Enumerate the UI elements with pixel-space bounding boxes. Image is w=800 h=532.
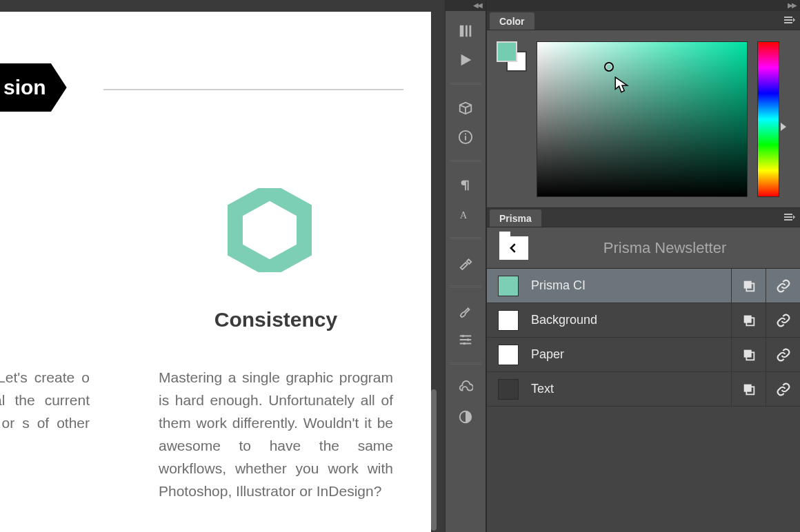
- prisma-header: Prisma Newsletter: [487, 227, 800, 269]
- column-2-body: Mastering a single graphic program is ha…: [159, 366, 393, 502]
- link-icon[interactable]: [766, 303, 800, 338]
- svg-text:A: A: [460, 209, 468, 221]
- cc-icon[interactable]: [450, 375, 481, 401]
- swatch-row[interactable]: Text: [487, 372, 800, 407]
- swatch-row[interactable]: Paper: [487, 338, 800, 372]
- right-panels: ▶▶ Color Prisma: [486, 0, 800, 532]
- panels-collapse-right[interactable]: ▶▶: [487, 0, 800, 11]
- brush-icon[interactable]: [450, 298, 481, 324]
- svg-rect-7: [465, 134, 466, 135]
- svg-rect-13: [784, 17, 792, 18]
- svg-marker-4: [461, 54, 472, 66]
- character-icon[interactable]: A: [450, 201, 481, 227]
- play-icon[interactable]: [450, 47, 481, 73]
- copy-icon[interactable]: [731, 269, 766, 303]
- column-1-heading: xt: [0, 308, 90, 331]
- link-icon[interactable]: [766, 372, 800, 407]
- svg-rect-14: [784, 19, 792, 21]
- section-flag: sion: [0, 63, 67, 112]
- cursor-icon: [614, 76, 630, 94]
- column-1-body: ns within Let's create o our mental the …: [0, 366, 90, 457]
- heading-divider: [103, 89, 403, 90]
- copy-icon[interactable]: [731, 303, 766, 338]
- color-panel-body: [487, 30, 800, 208]
- swatch-color-chip: [498, 345, 519, 365]
- swatch-name: Paper: [531, 347, 731, 362]
- hexagon-icon: [228, 188, 312, 272]
- svg-rect-19: [784, 216, 792, 218]
- swatch-color-chip: [498, 310, 519, 331]
- tools-icon[interactable]: [450, 249, 481, 276]
- tab-color[interactable]: Color: [490, 12, 534, 30]
- swatch-name: Text: [531, 382, 731, 396]
- svg-marker-16: [793, 18, 795, 22]
- pilcrow-icon[interactable]: [450, 172, 481, 198]
- svg-rect-18: [784, 214, 792, 215]
- sliders-icon[interactable]: [450, 327, 481, 353]
- svg-marker-0: [234, 192, 305, 269]
- tab-prisma[interactable]: Prisma: [490, 209, 541, 227]
- color-panel-tabrow: Color: [487, 11, 800, 30]
- saturation-value-picker[interactable]: [537, 41, 748, 197]
- dock-collapse-left[interactable]: ◀◀: [446, 0, 486, 11]
- svg-point-9: [462, 335, 465, 338]
- hue-pointer[interactable]: [781, 123, 786, 131]
- sv-selection-ring: [604, 62, 614, 72]
- svg-rect-3: [470, 25, 472, 37]
- document-canvas[interactable]: sion xt ns within Let's create o our men…: [0, 12, 431, 532]
- swatch-name: Prisma CI: [531, 278, 731, 293]
- svg-rect-27: [743, 349, 751, 357]
- swatch-color-chip: [498, 276, 519, 296]
- svg-rect-6: [465, 136, 466, 140]
- project-title: Prisma Newsletter: [542, 239, 788, 257]
- prisma-panel-tabrow: Prisma: [487, 208, 800, 227]
- panel-menu-icon[interactable]: [783, 15, 796, 25]
- fg-swatch[interactable]: [497, 41, 517, 62]
- canvas-scrollbar[interactable]: [431, 389, 437, 531]
- contrast-icon[interactable]: [450, 404, 481, 430]
- swatch-row[interactable]: Background: [487, 303, 800, 338]
- prisma-panel-body: Prisma Newsletter Prisma CIBackgroundPap…: [487, 227, 800, 532]
- copy-icon[interactable]: [731, 372, 766, 407]
- link-icon[interactable]: [766, 338, 800, 372]
- svg-point-11: [463, 342, 466, 345]
- back-button[interactable]: [499, 236, 528, 260]
- svg-point-10: [467, 338, 470, 341]
- svg-rect-20: [784, 219, 792, 221]
- fg-bg-swatch[interactable]: [497, 41, 527, 72]
- svg-marker-17: [615, 77, 627, 92]
- link-icon[interactable]: [766, 269, 800, 303]
- swatch-name: Background: [531, 313, 731, 327]
- svg-marker-21: [793, 215, 795, 219]
- svg-rect-25: [743, 315, 751, 323]
- panel-menu-icon[interactable]: [783, 212, 796, 222]
- hue-slider[interactable]: [757, 41, 779, 197]
- swatch-list: Prisma CIBackgroundPaperText: [487, 269, 800, 407]
- swatch-row[interactable]: Prisma CI: [487, 269, 800, 303]
- info-icon[interactable]: [450, 124, 481, 150]
- svg-rect-15: [784, 22, 792, 23]
- package-icon[interactable]: [450, 95, 481, 121]
- tool-dock: ◀◀ A: [445, 0, 486, 532]
- svg-rect-1: [460, 25, 464, 37]
- paragraph-tool-icon[interactable]: [450, 18, 481, 44]
- svg-rect-29: [743, 384, 751, 391]
- copy-icon[interactable]: [731, 338, 766, 372]
- swatch-color-chip: [498, 379, 519, 400]
- svg-rect-2: [466, 25, 468, 37]
- column-2-heading: Consistency: [159, 308, 393, 331]
- svg-rect-23: [743, 280, 751, 288]
